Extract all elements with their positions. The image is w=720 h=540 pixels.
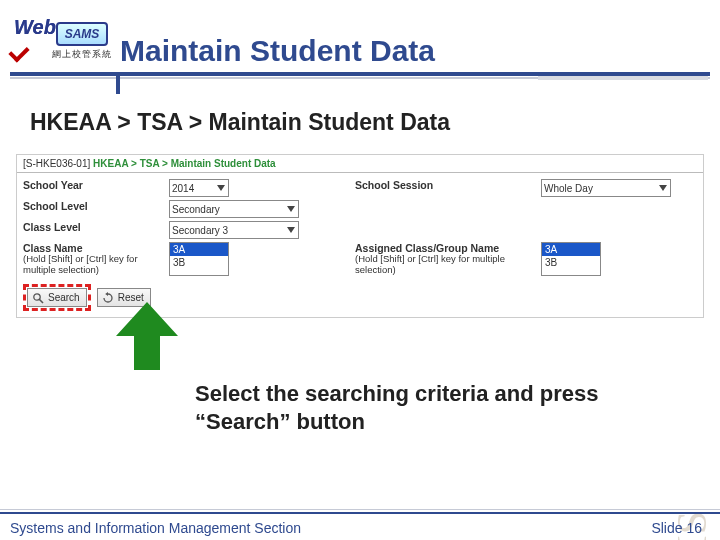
logo-subtitle: 網上校管系統 bbox=[52, 48, 112, 61]
assigned-name-hint: (Hold [Shift] or [Ctrl] key for multiple… bbox=[355, 254, 535, 276]
assigned-name-listbox[interactable]: 3A 3B bbox=[541, 242, 601, 276]
label-school-year: School Year bbox=[23, 179, 163, 191]
label-school-session: School Session bbox=[355, 179, 535, 191]
list-item[interactable]: 3A bbox=[170, 243, 228, 256]
header-divider bbox=[0, 72, 720, 79]
search-button[interactable]: Search bbox=[27, 288, 87, 307]
label-class-level: Class Level bbox=[23, 221, 163, 233]
footer-left: Systems and Information Management Secti… bbox=[10, 520, 301, 536]
svg-point-0 bbox=[34, 293, 40, 299]
app-screenshot: [S-HKE036-01] HKEAA > TSA > Maintain Stu… bbox=[16, 154, 704, 318]
app-breadcrumb: [S-HKE036-01] HKEAA > TSA > Maintain Stu… bbox=[17, 155, 703, 172]
check-icon bbox=[8, 41, 29, 62]
school-level-select[interactable]: Secondary bbox=[169, 200, 299, 218]
header-tick-mark bbox=[116, 72, 120, 94]
app-path: HKEAA > TSA > Maintain Student Data bbox=[93, 158, 276, 169]
search-button-label: Search bbox=[48, 292, 80, 303]
class-name-hint: (Hold [Shift] or [Ctrl] key for multiple… bbox=[23, 254, 163, 276]
svg-marker-3 bbox=[116, 302, 178, 370]
class-level-select[interactable]: Secondary 3 bbox=[169, 221, 299, 239]
footer-right: Slide 16 bbox=[651, 520, 702, 536]
logo-word-web: Web bbox=[14, 16, 56, 39]
list-item[interactable]: 3B bbox=[170, 256, 228, 269]
search-highlight-box: Search bbox=[23, 284, 91, 311]
websams-logo: Web SAMS 網上校管系統 bbox=[10, 16, 112, 66]
logo-word-sams: SAMS bbox=[56, 22, 108, 46]
svg-marker-2 bbox=[105, 292, 108, 296]
footer: Systems and Information Management Secti… bbox=[0, 512, 720, 536]
up-arrow-icon bbox=[112, 300, 182, 372]
label-school-level: School Level bbox=[23, 200, 163, 212]
school-session-select[interactable]: Whole Day bbox=[541, 179, 671, 197]
list-item[interactable]: 3A bbox=[542, 243, 600, 256]
breadcrumb: HKEAA > TSA > Maintain Student Data bbox=[0, 79, 720, 146]
svg-line-1 bbox=[40, 299, 44, 303]
search-icon bbox=[32, 292, 44, 304]
screen-code: [S-HKE036-01] bbox=[23, 158, 90, 169]
class-name-listbox[interactable]: 3A 3B bbox=[169, 242, 229, 276]
list-item[interactable]: 3B bbox=[542, 256, 600, 269]
page-title: Maintain Student Data bbox=[120, 34, 435, 72]
school-year-select[interactable]: 2014 bbox=[169, 179, 229, 197]
instruction-text: Select the searching criteria and press … bbox=[195, 380, 660, 435]
